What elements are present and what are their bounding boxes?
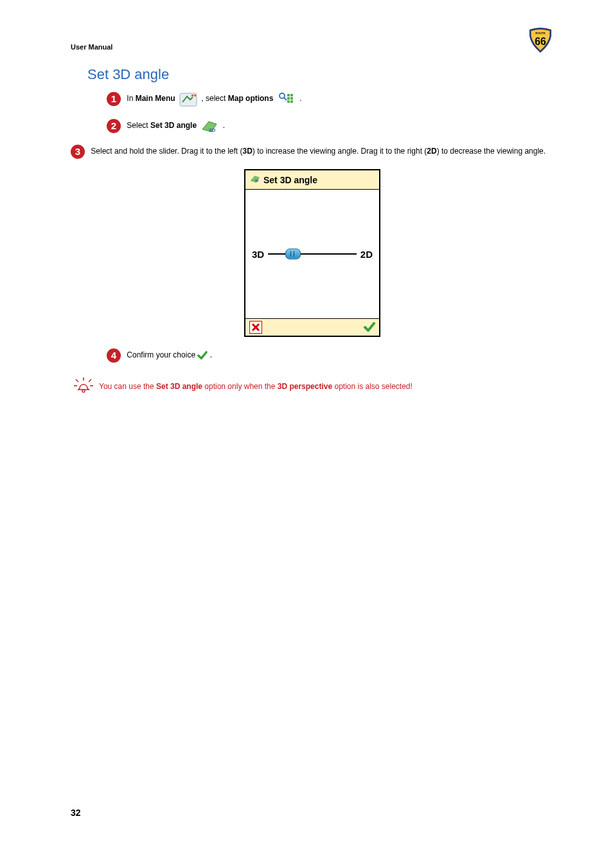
step1-text: In Main Menu , select Map options xyxy=(127,94,301,103)
slider-right-label: 2D xyxy=(360,249,373,260)
svg-point-17 xyxy=(82,390,85,392)
set-3d-angle-icon: 3D xyxy=(200,118,219,134)
svg-text:3D: 3D xyxy=(209,127,215,133)
cancel-button[interactable] xyxy=(249,321,262,334)
page-header: User Manual ROUTE 66 xyxy=(71,26,554,55)
device-footer xyxy=(245,318,379,336)
step-2: 2 Select Set 3D angle 3D . xyxy=(107,118,554,134)
confirm-check-icon xyxy=(197,350,209,359)
svg-rect-9 xyxy=(287,97,290,100)
step-number-1-icon: 1 xyxy=(107,92,121,106)
section-title: Set 3D angle xyxy=(87,66,554,83)
device-title-icon: 3D xyxy=(249,174,261,186)
svg-rect-10 xyxy=(290,97,293,100)
svg-rect-4 xyxy=(194,95,196,96)
step-3: 3 Select and hold the slider. Drag it to… xyxy=(71,145,554,159)
header-left: User Manual xyxy=(71,43,112,55)
svg-rect-7 xyxy=(287,94,290,96)
device-body: 3D 2D xyxy=(245,190,379,318)
svg-text:ROUTE: ROUTE xyxy=(535,32,545,35)
main-menu-icon xyxy=(179,91,198,107)
svg-rect-8 xyxy=(290,94,293,96)
step3-text: Select and hold the slider. Drag it to t… xyxy=(91,147,546,156)
step2-text: Select Set 3D angle 3D . xyxy=(127,121,225,130)
step4-text: Confirm your choice . xyxy=(127,350,212,359)
svg-text:3D: 3D xyxy=(254,179,259,183)
svg-line-6 xyxy=(284,98,287,100)
svg-line-18 xyxy=(76,379,78,382)
slider-track[interactable] xyxy=(268,253,357,255)
device-frame: 3D Set 3D angle 3D 2D xyxy=(244,169,380,337)
step-1: 1 In Main Menu , select Map options xyxy=(107,91,554,107)
map-options-icon xyxy=(277,91,296,107)
step-number-2-icon: 2 xyxy=(107,119,121,133)
slider-handle[interactable] xyxy=(285,249,301,260)
svg-text:66: 66 xyxy=(535,36,546,47)
device-title-bar: 3D Set 3D angle xyxy=(245,170,379,190)
svg-rect-3 xyxy=(191,95,193,96)
step-4: 4 Confirm your choice . xyxy=(107,348,554,363)
step-number-3-icon: 3 xyxy=(71,145,85,159)
confirm-button[interactable] xyxy=(364,321,375,333)
device-title-text: Set 3D angle xyxy=(263,175,317,185)
svg-rect-11 xyxy=(287,100,290,103)
page-number: 32 xyxy=(71,808,81,818)
route66-logo: ROUTE 66 xyxy=(527,26,554,55)
svg-line-19 xyxy=(89,379,91,382)
page: User Manual ROUTE 66 Set 3D angle 1 In M… xyxy=(0,0,613,868)
angle-slider[interactable]: 3D 2D xyxy=(252,249,373,260)
alarm-bell-icon xyxy=(71,375,96,397)
svg-rect-12 xyxy=(290,100,293,103)
note-text: You can use the Set 3D angle option only… xyxy=(99,381,413,393)
warning-note: You can use the Set 3D angle option only… xyxy=(71,375,554,397)
slider-left-label: 3D xyxy=(252,249,264,260)
svg-point-5 xyxy=(280,93,285,98)
figure: 3D Set 3D angle 3D 2D xyxy=(71,169,554,337)
step-number-4-icon: 4 xyxy=(107,348,121,363)
